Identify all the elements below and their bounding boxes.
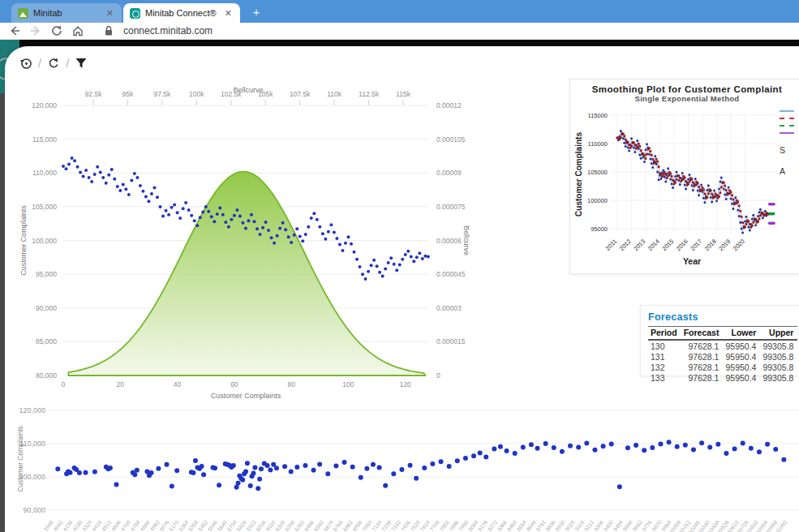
svg-text:5922: 5922 xyxy=(245,519,257,532)
svg-text:9400: 9400 xyxy=(603,519,615,532)
filter-icon[interactable] xyxy=(75,57,88,70)
svg-text:7050: 7050 xyxy=(361,519,373,532)
tab-title: Minitab xyxy=(33,8,100,18)
svg-text:4982: 4982 xyxy=(148,519,161,532)
svg-text:7802: 7802 xyxy=(438,519,450,532)
svg-text:2019: 2019 xyxy=(717,238,732,252)
forecast-cell: 95950.4 xyxy=(723,351,760,362)
svg-text:20: 20 xyxy=(117,380,125,388)
svg-text:105000: 105000 xyxy=(587,169,608,176)
svg-text:4512: 4512 xyxy=(101,519,113,532)
url-text[interactable]: connect.minitab.com xyxy=(123,25,213,36)
svg-text:7144: 7144 xyxy=(371,519,383,532)
svg-text:9494: 9494 xyxy=(612,519,624,532)
svg-text:0.000075: 0.000075 xyxy=(436,203,466,211)
svg-text:2014: 2014 xyxy=(647,238,661,252)
forecast-cell: 99305.8 xyxy=(760,372,797,383)
forecast-cell: 95950.4 xyxy=(723,372,760,383)
svg-text:6392: 6392 xyxy=(294,519,306,532)
svg-text:4136: 4136 xyxy=(62,519,74,532)
svg-text:7332: 7332 xyxy=(390,519,402,532)
history-icon[interactable] xyxy=(19,57,32,70)
forecast-col-header: Lower xyxy=(723,327,760,341)
svg-text:4324: 4324 xyxy=(81,519,93,532)
smoothing-plot-subtitle: Single Exponential Method xyxy=(570,94,799,103)
svg-text:7990: 7990 xyxy=(457,519,470,532)
svg-text:4794: 4794 xyxy=(129,519,141,532)
svg-text:5546: 5546 xyxy=(207,519,219,532)
svg-text:5640: 5640 xyxy=(217,519,229,532)
forecast-cell: 131 xyxy=(648,351,681,362)
svg-text:8648: 8648 xyxy=(525,519,537,532)
svg-text:110000: 110000 xyxy=(588,140,608,148)
close-icon[interactable]: ✕ xyxy=(223,8,234,19)
svg-text:7896: 7896 xyxy=(448,519,460,532)
forecast-cell: 97628.1 xyxy=(681,340,724,351)
svg-text:40: 40 xyxy=(174,380,182,388)
svg-text:5076: 5076 xyxy=(158,519,170,532)
forecast-cell: 132 xyxy=(648,362,681,372)
svg-text:2012: 2012 xyxy=(618,238,633,252)
svg-text:6580: 6580 xyxy=(313,519,325,532)
svg-text:100000: 100000 xyxy=(587,197,608,204)
svg-text:9776: 9776 xyxy=(641,519,653,532)
refresh-icon[interactable] xyxy=(47,57,60,70)
svg-text:2017: 2017 xyxy=(689,238,703,252)
svg-text:8178: 8178 xyxy=(477,519,489,532)
svg-text:0.000015: 0.000015 xyxy=(436,337,466,345)
svg-text:102.5k: 102.5k xyxy=(221,90,242,98)
home-icon[interactable] xyxy=(71,24,84,37)
close-icon[interactable]: ✕ xyxy=(105,8,115,19)
browser-url-bar: connect.minitab.com xyxy=(0,23,799,40)
svg-text:6298: 6298 xyxy=(284,519,296,532)
smoothing-plot-legend: S A xyxy=(780,110,799,176)
svg-text:4700: 4700 xyxy=(120,519,132,532)
svg-text:80: 80 xyxy=(287,380,295,388)
legend-actual-swatch xyxy=(780,110,794,112)
svg-text:100,000: 100,000 xyxy=(32,237,57,245)
svg-text:6674: 6674 xyxy=(322,519,334,532)
table-row: 13397628.195950.499305.8 xyxy=(648,372,797,383)
table-row: 13097628.195950.499305.8 xyxy=(648,340,797,351)
svg-text:Customer Complaints: Customer Complaints xyxy=(211,392,281,400)
toolbar-divider: / xyxy=(38,56,41,70)
forward-icon[interactable] xyxy=(29,24,42,37)
svg-text:11092: 11092 xyxy=(775,519,788,532)
svg-text:95000: 95000 xyxy=(591,225,608,233)
legend-forecasts-swatch xyxy=(780,125,794,127)
legend-text-fragment: A xyxy=(780,166,799,176)
svg-text:90,000: 90,000 xyxy=(36,304,57,312)
svg-text:100: 100 xyxy=(342,380,354,388)
svg-text:9212: 9212 xyxy=(583,519,595,532)
svg-text:8366: 8366 xyxy=(496,519,509,532)
svg-text:7520: 7520 xyxy=(410,519,422,532)
browser-tab-bar: Minitab ✕ Minitab Connect® - connect.min… xyxy=(0,0,799,23)
svg-text:8272: 8272 xyxy=(487,519,499,532)
svg-text:9588: 9588 xyxy=(621,519,634,532)
svg-text:120: 120 xyxy=(400,380,411,388)
tab-minitab[interactable]: Minitab ✕ xyxy=(11,3,122,23)
svg-text:2011: 2011 xyxy=(604,238,619,252)
back-icon[interactable] xyxy=(8,24,21,37)
svg-text:115000: 115000 xyxy=(588,112,608,119)
forecast-col-header: Upper xyxy=(760,327,797,341)
svg-text:120,000: 120,000 xyxy=(32,101,57,109)
svg-text:7238: 7238 xyxy=(380,519,393,532)
svg-text:90,000: 90,000 xyxy=(23,506,45,514)
svg-text:5264: 5264 xyxy=(178,519,190,532)
svg-text:6862: 6862 xyxy=(342,519,354,532)
new-tab-button[interactable]: + xyxy=(248,4,264,20)
svg-text:97.5k: 97.5k xyxy=(153,90,171,98)
forecast-cell: 97628.1 xyxy=(681,362,724,372)
svg-text:110,000: 110,000 xyxy=(32,169,57,177)
svg-text:7708: 7708 xyxy=(428,519,440,532)
svg-text:60: 60 xyxy=(230,380,238,388)
svg-text:6768: 6768 xyxy=(332,519,344,532)
svg-text:7614: 7614 xyxy=(419,519,431,532)
reload-icon[interactable] xyxy=(50,24,63,37)
svg-text:0: 0 xyxy=(62,380,66,388)
svg-text:2018: 2018 xyxy=(703,238,718,252)
tab-minitab-connect[interactable]: Minitab Connect® - connect.min ✕ xyxy=(123,3,240,23)
svg-text:120,000: 120,000 xyxy=(19,406,45,414)
svg-text:5170: 5170 xyxy=(168,519,180,532)
